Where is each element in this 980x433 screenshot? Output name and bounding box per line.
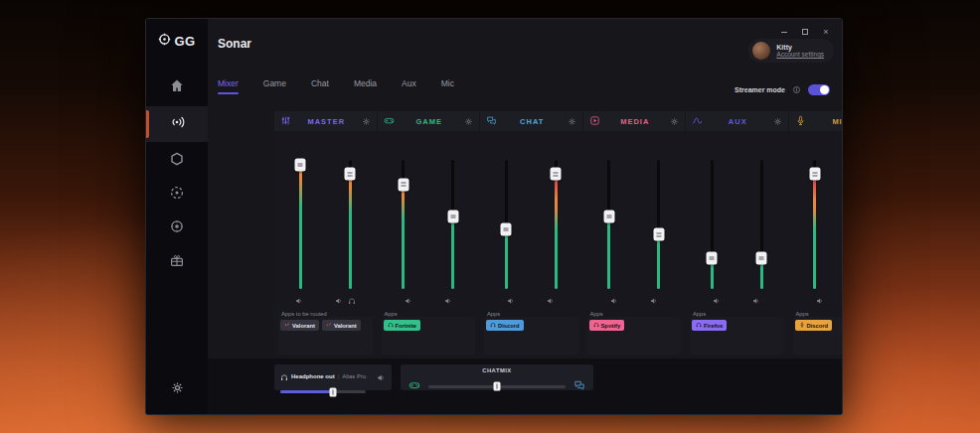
tab-game[interactable]: Game: [263, 78, 286, 94]
app-chip-discord[interactable]: Discord: [795, 320, 833, 331]
fader-track[interactable]: [505, 160, 508, 289]
fader-track[interactable]: [607, 160, 610, 289]
mute-speaker-icon[interactable]: [816, 291, 824, 309]
close-button[interactable]: ×: [820, 27, 832, 37]
fader-track[interactable]: [402, 160, 405, 289]
fader-track[interactable]: [349, 160, 352, 289]
fader-track[interactable]: [657, 160, 660, 289]
mute-speaker-icon[interactable]: [713, 291, 721, 309]
maximize-button[interactable]: [799, 27, 811, 37]
fader-track[interactable]: [711, 160, 714, 289]
tab-media[interactable]: Media: [354, 78, 377, 94]
fader-level-fill: [451, 216, 454, 289]
minimize-button[interactable]: [778, 27, 790, 37]
channel-settings-gear-icon[interactable]: [773, 112, 782, 130]
app-chip-discord[interactable]: Discord: [486, 320, 524, 331]
settings-gear-icon: [170, 380, 185, 399]
tab-chat[interactable]: Chat: [311, 78, 329, 94]
app-chip-fortnite[interactable]: Fortnite: [384, 320, 421, 331]
headphone-out-slider-fill: [280, 390, 333, 393]
channel-header-row: MASTER GAME CHAT MEDIA AUX MIC: [274, 111, 843, 131]
apps-label: Apps: [693, 311, 706, 317]
app-chip-label: Fortnite: [396, 323, 417, 329]
fader-track[interactable]: [813, 160, 816, 289]
channel-settings-gear-icon[interactable]: [568, 112, 576, 130]
fader-handle[interactable]: [603, 211, 614, 223]
fader-mic-monitor: [803, 138, 827, 289]
channel-settings-gear-icon[interactable]: [670, 112, 679, 130]
sliders-icon: [280, 112, 291, 130]
fader-handle[interactable]: [653, 228, 664, 241]
tab-mixer[interactable]: Mixer: [218, 78, 239, 94]
headphones-icon: [388, 322, 394, 329]
headphone-out-device: Alias Pro: [342, 373, 366, 379]
channel-name: MEDIA: [600, 117, 671, 126]
fader-handle[interactable]: [756, 251, 767, 264]
sidebar-item-sonar[interactable]: [146, 106, 208, 142]
fader-track[interactable]: [299, 160, 302, 289]
sidebar-item-capture[interactable]: [146, 214, 208, 243]
fader-track[interactable]: [451, 160, 454, 289]
channel-settings-gear-icon[interactable]: [362, 112, 371, 130]
mute-speaker-icon[interactable]: [405, 291, 412, 309]
valorant-icon: [284, 322, 290, 329]
fader-handle[interactable]: [501, 223, 512, 236]
fader-level-fill: [505, 229, 508, 289]
tab-aux[interactable]: Aux: [402, 78, 416, 94]
fader-handle[interactable]: [551, 168, 562, 181]
headphone-out-label: Headphone out: [291, 373, 335, 379]
speaker-icon[interactable]: [377, 368, 386, 386]
app-chip-valorant[interactable]: Valorant: [280, 320, 319, 331]
sidebar-item-settings[interactable]: [146, 376, 208, 402]
streamer-mode-toggle[interactable]: [808, 84, 830, 95]
streamer-mode-group: Streamer mode: [735, 80, 830, 98]
headphone-out-slider-handle[interactable]: [330, 387, 337, 396]
headphones-icon: [280, 367, 288, 385]
fader-handle[interactable]: [345, 168, 356, 181]
sidebar-item-engine[interactable]: [146, 146, 208, 176]
mute-speaker-icon[interactable]: [650, 291, 658, 309]
sidebar-item-giveaways[interactable]: [146, 247, 208, 277]
fader-handle[interactable]: [447, 211, 458, 223]
channel-column-chat: Apps Discord: [480, 132, 582, 359]
app-chip-valorant[interactable]: Valorant: [322, 320, 361, 331]
sidebar-item-home[interactable]: [146, 72, 208, 102]
sidebar-item-moments[interactable]: [146, 180, 208, 210]
account-widget[interactable]: Kitty Account settings: [748, 39, 834, 63]
mic-icon: [795, 112, 806, 130]
fader-handle[interactable]: [809, 168, 820, 181]
page-title: Sonar: [218, 37, 251, 51]
mute-speaker-icon[interactable]: [610, 291, 618, 309]
tab-mic[interactable]: Mic: [441, 78, 454, 94]
mute-speaker-icon[interactable]: [547, 291, 555, 309]
fader-game-monitor: [392, 138, 415, 289]
fader-handle[interactable]: [398, 178, 408, 191]
sidebar-nav: [146, 72, 208, 277]
fader-chat-monitor: [494, 138, 518, 289]
app-chip-label: Firefox: [704, 323, 723, 329]
mute-speaker-icon[interactable]: [507, 291, 515, 309]
gg-logo: GG: [158, 33, 195, 49]
mute-speaker-icon[interactable]: [335, 291, 343, 309]
channel-header-game: GAME: [378, 111, 480, 131]
monitor-headphones-icon[interactable]: [348, 291, 356, 309]
app-chip-firefox[interactable]: Firefox: [692, 320, 727, 331]
info-icon[interactable]: [792, 80, 801, 98]
channel-settings-gear-icon[interactable]: [464, 112, 473, 130]
fader-track[interactable]: [760, 160, 763, 289]
chatmix-slider[interactable]: [428, 385, 566, 388]
fader-handle[interactable]: [295, 159, 306, 172]
mute-speaker-icon[interactable]: [752, 291, 760, 309]
app-chip-spotify[interactable]: Spotify: [589, 320, 625, 331]
fader-handle[interactable]: [707, 251, 718, 264]
mute-speaker-icon[interactable]: [444, 291, 452, 309]
avatar[interactable]: [752, 42, 770, 60]
fader-track[interactable]: [555, 160, 558, 289]
fader-aux-monitor: [700, 138, 724, 289]
chatmix-slider-handle[interactable]: [494, 382, 501, 391]
media-icon: [589, 112, 600, 130]
headphone-out-slider[interactable]: [280, 390, 366, 393]
gamepad-icon: [384, 112, 395, 130]
mute-speaker-icon[interactable]: [295, 291, 303, 309]
account-settings-link[interactable]: Account settings: [776, 51, 824, 58]
